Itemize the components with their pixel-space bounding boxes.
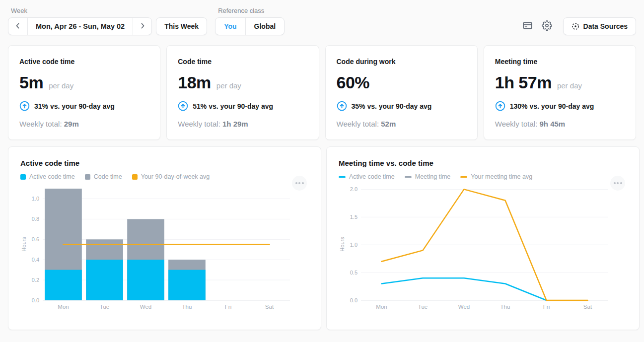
svg-text:1.5: 1.5 <box>350 214 358 220</box>
chart-title: Active code time <box>20 159 309 167</box>
stat-unit: per day <box>49 81 73 90</box>
svg-text:0.2: 0.2 <box>32 277 39 283</box>
svg-text:Thu: Thu <box>182 304 192 310</box>
data-sources-icon <box>572 22 579 30</box>
legend-item: Active code time <box>339 173 395 180</box>
topbar: Week Mon, Apr 26 - Sun, May 02 <box>8 6 636 35</box>
weekly-total-label: Weekly total: <box>19 120 62 128</box>
svg-text:Wed: Wed <box>458 304 470 310</box>
legend-swatch <box>20 174 26 180</box>
reference-class-toggle: You Global <box>215 17 285 35</box>
active-code-time-chart: 0.00.20.40.60.81.0MonTueWedThuFriSatHour… <box>20 186 309 314</box>
chevron-left-icon <box>14 22 22 31</box>
svg-text:1.0: 1.0 <box>32 196 39 202</box>
y-axis-title: Hours <box>21 237 27 252</box>
svg-text:0.0: 0.0 <box>350 297 358 303</box>
reference-class-label: Reference class <box>218 7 285 14</box>
stat-title: Code time <box>178 58 307 66</box>
this-week-button[interactable]: This Week <box>156 17 207 35</box>
week-label: Week <box>11 7 207 14</box>
week-control-group: Week Mon, Apr 26 - Sun, May 02 <box>8 6 207 35</box>
legend-swatch <box>132 174 138 180</box>
stat-delta: 130% vs. your 90-day avg <box>510 102 594 110</box>
svg-text:1.0: 1.0 <box>350 242 358 248</box>
weekly-total-value: 9h 45m <box>540 120 566 128</box>
trend-up-icon <box>495 101 505 111</box>
next-week-button[interactable] <box>133 18 151 35</box>
svg-text:Thu: Thu <box>501 304 510 310</box>
svg-text:0.6: 0.6 <box>32 236 39 242</box>
weekly-total-value: 29m <box>64 120 79 128</box>
reference-global-option[interactable]: Global <box>245 18 285 35</box>
legend-label: Code time <box>94 173 122 180</box>
stat-card-code-during-work: Code during work 60% 35% vs. your 90-day… <box>325 45 478 140</box>
week-navigator: Mon, Apr 26 - Sun, May 02 <box>8 17 152 35</box>
svg-text:0.4: 0.4 <box>32 257 39 263</box>
trend-up-icon <box>337 101 347 111</box>
stat-value: 18m <box>178 73 211 92</box>
legend-label: Active code time <box>349 173 395 180</box>
line-series <box>382 278 547 300</box>
weekly-total-label: Weekly total: <box>178 120 220 128</box>
dashboard: Week Mon, Apr 26 - Sun, May 02 <box>0 0 644 330</box>
svg-text:Fri: Fri <box>225 304 231 310</box>
stat-delta: 51% vs. your 90-day avg <box>193 102 273 110</box>
settings-button[interactable] <box>540 18 554 34</box>
legend-label: Meeting time <box>415 173 451 180</box>
chart-card-meeting-vs-code: Meeting time vs. code time Active code t… <box>326 146 640 330</box>
y-axis-title: Hours <box>339 237 345 252</box>
weekly-total-label: Weekly total: <box>337 120 379 128</box>
more-menu-icon[interactable] <box>610 176 625 191</box>
svg-text:0.5: 0.5 <box>350 270 358 275</box>
meeting-vs-code-time-chart: 0.00.51.01.52.0MonTueWedThuFriSatHours <box>339 186 627 314</box>
weekly-total-value: 1h 29m <box>222 120 248 128</box>
more-menu-icon[interactable] <box>292 176 307 191</box>
svg-text:Tue: Tue <box>418 304 428 310</box>
stat-card-active-code-time: Active code time 5m per day 31% vs. your… <box>8 45 160 140</box>
x-axis-labels: MonTueWedThuFriSat <box>376 304 592 310</box>
data-sources-button[interactable]: Data Sources <box>563 17 636 35</box>
stat-card-meeting-time: Meeting time 1h 57m per day 130% vs. you… <box>484 45 636 140</box>
stat-title: Code during work <box>337 58 466 66</box>
topbar-actions: Data Sources <box>520 17 636 35</box>
charts-row: Active code time Active code timeCode ti… <box>8 146 636 330</box>
previous-week-button[interactable] <box>8 18 27 35</box>
stat-cards-row: Active code time 5m per day 31% vs. your… <box>8 45 636 140</box>
stat-delta: 35% vs. your 90-day avg <box>352 102 432 110</box>
data-sources-label: Data Sources <box>583 22 628 30</box>
svg-text:2.0: 2.0 <box>350 186 358 192</box>
svg-text:Fri: Fri <box>543 304 550 310</box>
billing-card-button[interactable] <box>520 18 535 34</box>
svg-text:Tue: Tue <box>100 304 109 310</box>
reference-you-option[interactable]: You <box>215 18 245 35</box>
legend-swatch <box>460 176 467 178</box>
legend-label: Active code time <box>29 173 75 180</box>
legend-item: Your 90-day-of-week avg <box>132 173 210 180</box>
date-range-display[interactable]: Mon, Apr 26 - Sun, May 02 <box>27 18 133 35</box>
weekly-total-label: Weekly total: <box>495 120 538 128</box>
stat-delta: 31% vs. your 90-day avg <box>34 102 115 110</box>
legend-swatch <box>339 176 346 178</box>
legend-swatch <box>405 176 412 178</box>
chart-legend: Active code timeMeeting timeYour meeting… <box>339 173 627 180</box>
stat-unit: per day <box>216 81 241 90</box>
chart-title: Meeting time vs. code time <box>339 159 627 167</box>
stat-value: 5m <box>19 73 43 92</box>
stat-value: 1h 57m <box>495 73 552 92</box>
stat-title: Active code time <box>19 58 149 66</box>
chevron-right-icon <box>139 22 146 31</box>
reference-class-group: Reference class You Global <box>215 6 285 35</box>
legend-swatch <box>85 174 90 180</box>
stat-title: Meeting time <box>495 58 625 66</box>
gridlines: 0.00.51.01.52.0 <box>350 186 608 303</box>
x-axis-labels: MonTueWedThuFriSat <box>58 304 274 310</box>
svg-text:Sat: Sat <box>583 304 592 310</box>
svg-text:Mon: Mon <box>58 304 69 310</box>
legend-label: Your 90-day-of-week avg <box>141 173 210 180</box>
svg-text:0.0: 0.0 <box>32 297 39 303</box>
legend-item: Your meeting time avg <box>460 173 532 180</box>
stat-card-code-time: Code time 18m per day 51% vs. your 90-da… <box>166 45 319 140</box>
trend-up-icon <box>19 101 30 111</box>
svg-text:Wed: Wed <box>140 304 151 310</box>
svg-text:Sat: Sat <box>265 304 274 310</box>
